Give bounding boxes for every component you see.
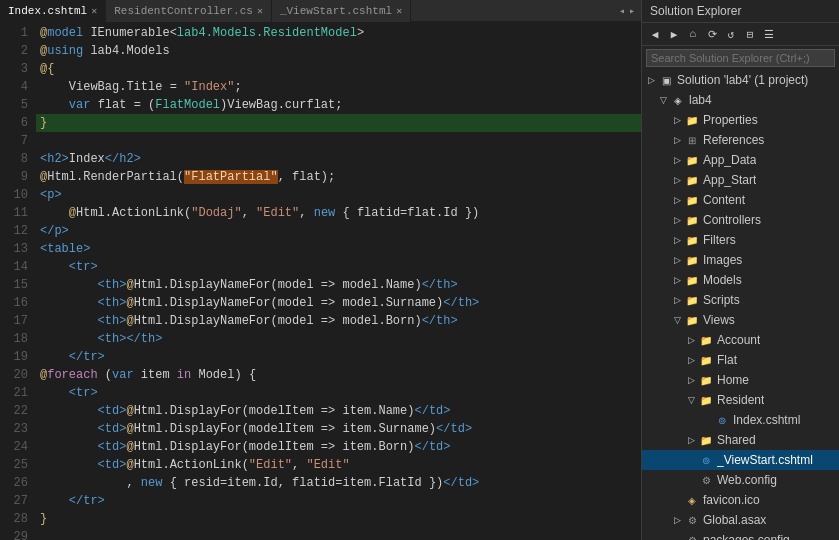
chevron-scripts: ▷ xyxy=(670,295,684,305)
tree-filters[interactable]: ▷ 📁 Filters xyxy=(642,230,839,250)
toolbar-settings-btn[interactable]: ☰ xyxy=(760,25,778,43)
tab-bar: Index.cshtml ✕ ResidentController.cs ✕ _… xyxy=(0,0,641,22)
tree-properties[interactable]: ▷ 📁 Properties xyxy=(642,110,839,130)
tree-scripts[interactable]: ▷ 📁 Scripts xyxy=(642,290,839,310)
solution-search-input[interactable] xyxy=(646,49,835,67)
code-line-14: <tr> xyxy=(36,258,641,276)
ico-icon: ◈ xyxy=(684,492,700,508)
tab-label: ResidentController.cs xyxy=(114,5,253,17)
references-icon: ⊞ xyxy=(684,132,700,148)
code-line-3: @{ xyxy=(36,60,641,78)
tree-app-start[interactable]: ▷ 📁 App_Start xyxy=(642,170,839,190)
favicon-label: favicon.ico xyxy=(703,493,760,507)
toolbar-sync-btn[interactable]: ⟳ xyxy=(703,25,721,43)
tree-controllers[interactable]: ▷ 📁 Controllers xyxy=(642,210,839,230)
tab-close-resident[interactable]: ✕ xyxy=(257,5,263,17)
tree-favicon[interactable]: ◈ favicon.ico xyxy=(642,490,839,510)
cshtml-icon-viewstart: ⊚ xyxy=(698,452,714,468)
tab-label: Index.cshtml xyxy=(8,5,87,17)
tree-packages-config[interactable]: ⚙ packages.config xyxy=(642,530,839,540)
code-line-27: </tr> xyxy=(36,492,641,510)
index-cshtml-label: Index.cshtml xyxy=(733,413,800,427)
tab-resident-controller[interactable]: ResidentController.cs ✕ xyxy=(106,0,272,22)
toolbar-home-btn[interactable]: ⌂ xyxy=(684,25,702,43)
chevron-app-start: ▷ xyxy=(670,175,684,185)
packages-config-label: packages.config xyxy=(703,533,790,540)
tree-global-asax[interactable]: ▷ ⚙ Global.asax xyxy=(642,510,839,530)
tree-project-lab4[interactable]: ▽ ◈ lab4 xyxy=(642,90,839,110)
tree-flat[interactable]: ▷ 📁 Flat xyxy=(642,350,839,370)
tab-viewstart[interactable]: _ViewStart.cshtml ✕ xyxy=(272,0,411,22)
tree-index-cshtml[interactable]: ⊚ Index.cshtml xyxy=(642,410,839,430)
code-line-8: <h2>Index</h2> xyxy=(36,150,641,168)
folder-icon: 📁 xyxy=(684,152,700,168)
chevron-views: ▽ xyxy=(670,315,684,325)
toolbar-refresh-btn[interactable]: ↺ xyxy=(722,25,740,43)
tree-content[interactable]: ▷ 📁 Content xyxy=(642,190,839,210)
folder-icon: 📁 xyxy=(684,212,700,228)
solution-tree: ▷ ▣ Solution 'lab4' (1 project) ▽ ◈ lab4… xyxy=(642,70,839,540)
tab-index-cshtml[interactable]: Index.cshtml ✕ xyxy=(0,0,106,22)
packages-icon: ⚙ xyxy=(684,532,700,540)
code-line-24: <td>@Html.DisplayFor(modelItem => item.B… xyxy=(36,438,641,456)
folder-icon: 📁 xyxy=(684,112,700,128)
account-label: Account xyxy=(717,333,760,347)
tree-account[interactable]: ▷ 📁 Account xyxy=(642,330,839,350)
scripts-label: Scripts xyxy=(703,293,740,307)
toolbar-back-btn[interactable]: ◀ xyxy=(646,25,664,43)
tree-images[interactable]: ▷ 📁 Images xyxy=(642,250,839,270)
code-line-13: <table> xyxy=(36,240,641,258)
tree-webconfig-views[interactable]: ⚙ Web.config xyxy=(642,470,839,490)
solution-explorer-panel: Solution Explorer ◀ ▶ ⌂ ⟳ ↺ ⊟ ☰ ▷ ▣ Solu… xyxy=(641,0,839,540)
chevron-flat: ▷ xyxy=(684,355,698,365)
scroll-right-btn[interactable]: ▸ xyxy=(627,5,637,17)
asax-icon: ⚙ xyxy=(684,512,700,528)
tree-solution-root[interactable]: ▷ ▣ Solution 'lab4' (1 project) xyxy=(642,70,839,90)
images-label: Images xyxy=(703,253,742,267)
folder-icon: 📁 xyxy=(684,172,700,188)
code-line-16: <th>@Html.DisplayNameFor(model => model.… xyxy=(36,294,641,312)
views-label: Views xyxy=(703,313,735,327)
config-icon: ⚙ xyxy=(698,472,714,488)
toolbar-collapse-btn[interactable]: ⊟ xyxy=(741,25,759,43)
code-line-12: </p> xyxy=(36,222,641,240)
tree-viewstart[interactable]: ⊚ _ViewStart.cshtml xyxy=(642,450,839,470)
editor-panel: Index.cshtml ✕ ResidentController.cs ✕ _… xyxy=(0,0,641,540)
code-line-22: <td>@Html.DisplayFor(modelItem => item.N… xyxy=(36,402,641,420)
code-line-4: ViewBag.Title = "Index"; xyxy=(36,78,641,96)
tree-app-data[interactable]: ▷ 📁 App_Data xyxy=(642,150,839,170)
tree-views[interactable]: ▽ 📁 Views xyxy=(642,310,839,330)
code-editor[interactable]: @model IEnumerable<lab4.Models.ResidentM… xyxy=(36,22,641,540)
code-line-20: @foreach (var item in Model) { xyxy=(36,366,641,384)
tree-resident[interactable]: ▽ 📁 Resident xyxy=(642,390,839,410)
folder-icon: 📁 xyxy=(698,332,714,348)
chevron-filters: ▷ xyxy=(670,235,684,245)
references-label: References xyxy=(703,133,764,147)
tab-close-viewstart[interactable]: ✕ xyxy=(396,5,402,17)
code-line-5: var flat = (FlatModel)ViewBag.curflat; xyxy=(36,96,641,114)
app-data-label: App_Data xyxy=(703,153,756,167)
tree-home[interactable]: ▷ 📁 Home xyxy=(642,370,839,390)
code-line-26: , new { resid=item.Id, flatid=item.FlatI… xyxy=(36,474,641,492)
tab-close-index[interactable]: ✕ xyxy=(91,5,97,17)
filters-label: Filters xyxy=(703,233,736,247)
code-line-9: @Html.RenderPartial("FlatPartial", flat)… xyxy=(36,168,641,186)
properties-label: Properties xyxy=(703,113,758,127)
code-line-17: <th>@Html.DisplayNameFor(model => model.… xyxy=(36,312,641,330)
tree-references[interactable]: ▷ ⊞ References xyxy=(642,130,839,150)
tree-shared[interactable]: ▷ 📁 Shared xyxy=(642,430,839,450)
toolbar-forward-btn[interactable]: ▶ xyxy=(665,25,683,43)
code-line-18: <th></th> xyxy=(36,330,641,348)
scroll-left-btn[interactable]: ◂ xyxy=(617,5,627,17)
home-label: Home xyxy=(717,373,749,387)
tree-models[interactable]: ▷ 📁 Models xyxy=(642,270,839,290)
code-line-23: <td>@Html.DisplayFor(modelItem => item.S… xyxy=(36,420,641,438)
code-line-11: @Html.ActionLink("Dodaj", "Edit", new { … xyxy=(36,204,641,222)
resident-label: Resident xyxy=(717,393,764,407)
chevron-images: ▷ xyxy=(670,255,684,265)
app-start-label: App_Start xyxy=(703,173,756,187)
webconfig-views-label: Web.config xyxy=(717,473,777,487)
project-icon: ◈ xyxy=(670,92,686,108)
folder-icon: 📁 xyxy=(684,232,700,248)
chevron-references: ▷ xyxy=(670,135,684,145)
